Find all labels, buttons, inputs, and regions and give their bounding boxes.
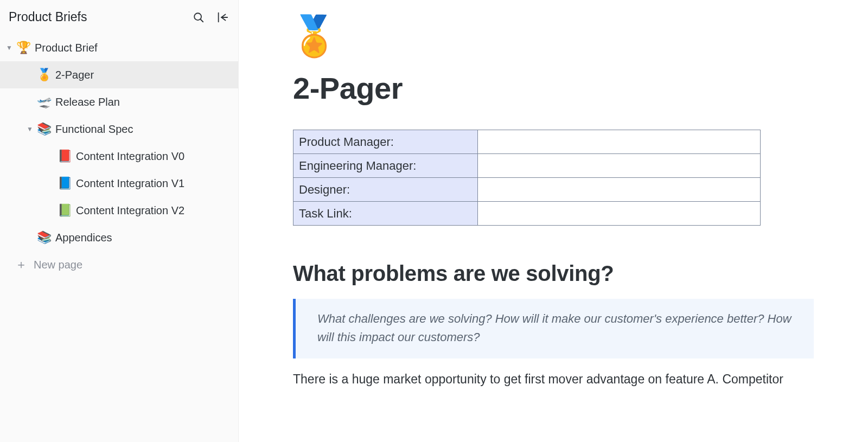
page-icon[interactable]: 🏅 bbox=[290, 16, 814, 55]
meta-value[interactable] bbox=[478, 154, 761, 178]
table-row: Engineering Manager: bbox=[293, 154, 761, 178]
sidebar-item-appendices[interactable]: 📚Appendices bbox=[0, 224, 238, 251]
collapse-sidebar-icon[interactable] bbox=[216, 11, 228, 23]
svg-line-1 bbox=[200, 19, 203, 22]
new-page-button[interactable]: ＋ New page bbox=[0, 251, 238, 278]
section-heading[interactable]: What problems are we solving? bbox=[293, 261, 814, 286]
document-area: 🏅 2-Pager Product Manager:Engineering Ma… bbox=[239, 0, 868, 442]
meta-key: Designer: bbox=[293, 178, 478, 202]
meta-value[interactable] bbox=[478, 130, 761, 154]
page-emoji-icon: 📘 bbox=[56, 176, 73, 190]
sidebar: Product Briefs ▼🏆Product Brief bbox=[0, 0, 239, 442]
page-tree: ▼🏆Product Brief🏅2-Pager🛫Release Plan▼📚Fu… bbox=[0, 34, 238, 251]
sidebar-item-release-plan[interactable]: 🛫Release Plan bbox=[0, 88, 238, 116]
sidebar-header: Product Briefs bbox=[0, 5, 238, 34]
caret-icon[interactable]: ▼ bbox=[5, 44, 13, 52]
app-root: Product Briefs ▼🏆Product Brief bbox=[0, 0, 868, 442]
page-title[interactable]: 2-Pager bbox=[293, 71, 814, 106]
table-row: Task Link: bbox=[293, 202, 761, 226]
page-emoji-icon: 📚 bbox=[36, 122, 52, 136]
new-page-label: New page bbox=[34, 259, 82, 271]
sidebar-item-label: Appendices bbox=[55, 232, 112, 244]
sidebar-item-functional-spec[interactable]: ▼📚Functional Spec bbox=[0, 116, 238, 143]
page-emoji-icon: 🏆 bbox=[15, 41, 31, 55]
sidebar-item-content-integration-v1[interactable]: 📘Content Integration V1 bbox=[0, 170, 238, 197]
workspace-title[interactable]: Product Briefs bbox=[9, 10, 87, 24]
sidebar-item-2-pager[interactable]: 🏅2-Pager bbox=[0, 61, 238, 88]
meta-value[interactable] bbox=[478, 178, 761, 202]
sidebar-item-label: Release Plan bbox=[55, 96, 120, 108]
metadata-table: Product Manager:Engineering Manager:Desi… bbox=[293, 130, 761, 226]
sidebar-item-product-brief[interactable]: ▼🏆Product Brief bbox=[0, 34, 238, 61]
sidebar-item-label: Content Integration V2 bbox=[76, 204, 184, 217]
page-emoji-icon: 🏅 bbox=[36, 68, 52, 82]
page-emoji-icon: 📚 bbox=[36, 230, 52, 245]
sidebar-item-content-integration-v0[interactable]: 📕Content Integration V0 bbox=[0, 143, 238, 170]
page-emoji-icon: 📕 bbox=[56, 149, 73, 163]
page-emoji-icon: 🛫 bbox=[36, 95, 52, 109]
meta-key: Engineering Manager: bbox=[293, 154, 478, 178]
sidebar-header-icons bbox=[193, 11, 228, 23]
sidebar-item-label: Content Integration V1 bbox=[76, 177, 184, 190]
search-icon[interactable] bbox=[193, 11, 205, 23]
callout-block[interactable]: What challenges are we solving? How will… bbox=[293, 299, 814, 358]
sidebar-item-label: 2-Pager bbox=[55, 69, 94, 81]
meta-value[interactable] bbox=[478, 202, 761, 226]
caret-icon[interactable]: ▼ bbox=[26, 125, 34, 133]
table-row: Designer: bbox=[293, 178, 761, 202]
table-row: Product Manager: bbox=[293, 130, 761, 154]
sidebar-item-content-integration-v2[interactable]: 📗Content Integration V2 bbox=[0, 197, 238, 224]
meta-key: Task Link: bbox=[293, 202, 478, 226]
sidebar-item-label: Functional Spec bbox=[55, 123, 133, 136]
sidebar-item-label: Content Integration V0 bbox=[76, 150, 184, 163]
meta-key: Product Manager: bbox=[293, 130, 478, 154]
plus-icon: ＋ bbox=[15, 259, 27, 271]
body-paragraph[interactable]: There is a huge market opportunity to ge… bbox=[293, 370, 814, 388]
sidebar-item-label: Product Brief bbox=[35, 42, 98, 54]
page-emoji-icon: 📗 bbox=[56, 203, 73, 217]
